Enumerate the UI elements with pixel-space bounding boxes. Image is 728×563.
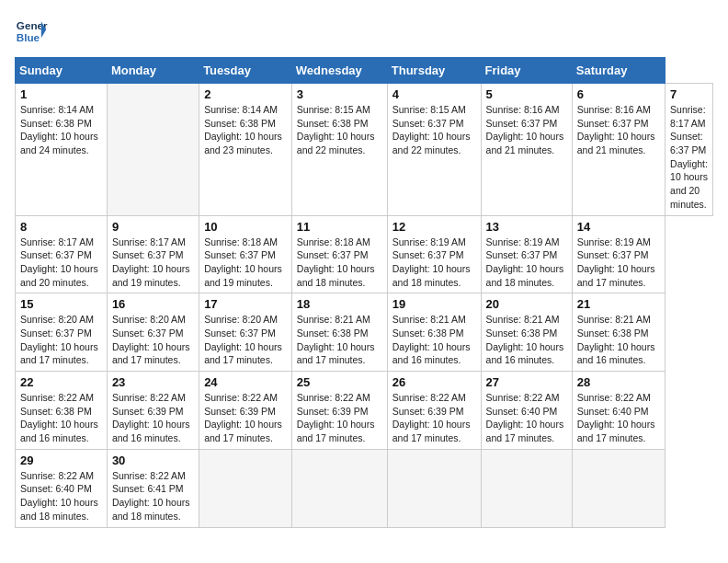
table-row: 12Sunrise: 8:19 AM Sunset: 6:37 PM Dayli… <box>387 215 481 293</box>
table-row: 28Sunrise: 8:22 AM Sunset: 6:40 PM Dayli… <box>572 372 665 450</box>
day-number: 28 <box>577 375 660 389</box>
table-row: 23Sunrise: 8:22 AM Sunset: 6:39 PM Dayli… <box>107 372 199 450</box>
day-info: Sunrise: 8:15 AM Sunset: 6:38 PM Dayligh… <box>297 103 382 157</box>
day-number: 19 <box>392 297 476 311</box>
table-row: 19Sunrise: 8:21 AM Sunset: 6:38 PM Dayli… <box>387 293 481 372</box>
table-row: 2Sunrise: 8:14 AM Sunset: 6:38 PM Daylig… <box>199 84 292 216</box>
table-row <box>572 449 665 527</box>
day-info: Sunrise: 8:17 AM Sunset: 6:37 PM Dayligh… <box>112 236 194 290</box>
day-number: 3 <box>297 87 382 101</box>
day-info: Sunrise: 8:22 AM Sunset: 6:38 PM Dayligh… <box>20 391 102 445</box>
table-row: 7Sunrise: 8:17 AM Sunset: 6:37 PM Daylig… <box>665 84 713 216</box>
day-info: Sunrise: 8:21 AM Sunset: 6:38 PM Dayligh… <box>392 313 476 367</box>
col-header-monday: Monday <box>107 58 199 84</box>
day-info: Sunrise: 8:16 AM Sunset: 6:37 PM Dayligh… <box>486 103 567 157</box>
day-number: 23 <box>112 375 194 389</box>
day-number: 1 <box>20 87 102 101</box>
day-number: 4 <box>392 87 476 101</box>
day-info: Sunrise: 8:17 AM Sunset: 6:37 PM Dayligh… <box>670 103 708 212</box>
calendar-week-4: 22Sunrise: 8:22 AM Sunset: 6:38 PM Dayli… <box>16 372 713 450</box>
day-number: 2 <box>204 87 287 101</box>
table-row: 29Sunrise: 8:22 AM Sunset: 6:40 PM Dayli… <box>16 449 108 527</box>
table-row: 3Sunrise: 8:15 AM Sunset: 6:38 PM Daylig… <box>291 84 387 216</box>
col-header-tuesday: Tuesday <box>199 58 292 84</box>
day-info: Sunrise: 8:22 AM Sunset: 6:40 PM Dayligh… <box>20 469 102 523</box>
table-row: 24Sunrise: 8:22 AM Sunset: 6:39 PM Dayli… <box>199 372 292 450</box>
table-row: 13Sunrise: 8:19 AM Sunset: 6:37 PM Dayli… <box>481 215 572 293</box>
day-info: Sunrise: 8:14 AM Sunset: 6:38 PM Dayligh… <box>20 103 102 157</box>
svg-text:Blue: Blue <box>17 31 40 43</box>
day-info: Sunrise: 8:22 AM Sunset: 6:39 PM Dayligh… <box>392 391 476 445</box>
calendar-table: SundayMondayTuesdayWednesdayThursdayFrid… <box>15 57 713 528</box>
logo: General Blue <box>15 15 48 48</box>
col-header-wednesday: Wednesday <box>291 58 387 84</box>
table-row: 9Sunrise: 8:17 AM Sunset: 6:37 PM Daylig… <box>107 215 199 293</box>
day-number: 10 <box>204 220 287 234</box>
day-number: 13 <box>486 220 567 234</box>
col-header-sunday: Sunday <box>16 58 108 84</box>
day-number: 29 <box>20 454 102 467</box>
day-number: 25 <box>297 375 382 389</box>
table-row: 27Sunrise: 8:22 AM Sunset: 6:40 PM Dayli… <box>481 372 572 450</box>
day-info: Sunrise: 8:14 AM Sunset: 6:38 PM Dayligh… <box>204 103 287 157</box>
day-info: Sunrise: 8:20 AM Sunset: 6:37 PM Dayligh… <box>20 313 102 367</box>
day-info: Sunrise: 8:18 AM Sunset: 6:37 PM Dayligh… <box>297 236 382 290</box>
day-info: Sunrise: 8:22 AM Sunset: 6:41 PM Dayligh… <box>112 469 194 523</box>
day-info: Sunrise: 8:21 AM Sunset: 6:38 PM Dayligh… <box>297 313 382 367</box>
day-info: Sunrise: 8:17 AM Sunset: 6:37 PM Dayligh… <box>20 236 102 290</box>
day-info: Sunrise: 8:16 AM Sunset: 6:37 PM Dayligh… <box>577 103 660 157</box>
table-row <box>199 449 292 527</box>
day-number: 20 <box>486 297 567 311</box>
calendar-week-5: 29Sunrise: 8:22 AM Sunset: 6:40 PM Dayli… <box>16 449 713 527</box>
day-info: Sunrise: 8:19 AM Sunset: 6:37 PM Dayligh… <box>486 236 567 290</box>
table-row: 21Sunrise: 8:21 AM Sunset: 6:38 PM Dayli… <box>572 293 665 372</box>
day-info: Sunrise: 8:22 AM Sunset: 6:39 PM Dayligh… <box>297 391 382 445</box>
table-row: 26Sunrise: 8:22 AM Sunset: 6:39 PM Dayli… <box>387 372 481 450</box>
day-number: 17 <box>204 297 287 311</box>
table-row: 17Sunrise: 8:20 AM Sunset: 6:37 PM Dayli… <box>199 293 292 372</box>
day-number: 11 <box>297 220 382 234</box>
day-number: 12 <box>392 220 476 234</box>
day-info: Sunrise: 8:18 AM Sunset: 6:37 PM Dayligh… <box>204 236 287 290</box>
day-info: Sunrise: 8:19 AM Sunset: 6:37 PM Dayligh… <box>392 236 476 290</box>
day-info: Sunrise: 8:22 AM Sunset: 6:39 PM Dayligh… <box>112 391 194 445</box>
day-info: Sunrise: 8:22 AM Sunset: 6:40 PM Dayligh… <box>486 391 567 445</box>
day-number: 5 <box>486 87 567 101</box>
table-row: 4Sunrise: 8:15 AM Sunset: 6:37 PM Daylig… <box>387 84 481 216</box>
col-header-friday: Friday <box>481 58 572 84</box>
table-row: 30Sunrise: 8:22 AM Sunset: 6:41 PM Dayli… <box>107 449 199 527</box>
col-header-thursday: Thursday <box>387 58 481 84</box>
day-number: 26 <box>392 375 476 389</box>
day-number: 8 <box>20 220 102 234</box>
day-info: Sunrise: 8:20 AM Sunset: 6:37 PM Dayligh… <box>204 313 287 367</box>
table-row: 6Sunrise: 8:16 AM Sunset: 6:37 PM Daylig… <box>572 84 665 216</box>
day-info: Sunrise: 8:21 AM Sunset: 6:38 PM Dayligh… <box>486 313 567 367</box>
table-row <box>387 449 481 527</box>
table-row: 18Sunrise: 8:21 AM Sunset: 6:38 PM Dayli… <box>291 293 387 372</box>
day-info: Sunrise: 8:15 AM Sunset: 6:37 PM Dayligh… <box>392 103 476 157</box>
day-number: 7 <box>670 87 708 101</box>
day-number: 24 <box>204 375 287 389</box>
table-row: 25Sunrise: 8:22 AM Sunset: 6:39 PM Dayli… <box>291 372 387 450</box>
col-header-saturday: Saturday <box>572 58 665 84</box>
table-row: 5Sunrise: 8:16 AM Sunset: 6:37 PM Daylig… <box>481 84 572 216</box>
day-info: Sunrise: 8:19 AM Sunset: 6:37 PM Dayligh… <box>577 236 660 290</box>
day-info: Sunrise: 8:22 AM Sunset: 6:40 PM Dayligh… <box>577 391 660 445</box>
table-row: 22Sunrise: 8:22 AM Sunset: 6:38 PM Dayli… <box>16 372 108 450</box>
day-number: 27 <box>486 375 567 389</box>
table-row: 15Sunrise: 8:20 AM Sunset: 6:37 PM Dayli… <box>16 293 108 372</box>
logo-icon: General Blue <box>15 15 48 48</box>
calendar-week-2: 8Sunrise: 8:17 AM Sunset: 6:37 PM Daylig… <box>16 215 713 293</box>
calendar-week-3: 15Sunrise: 8:20 AM Sunset: 6:37 PM Dayli… <box>16 293 713 372</box>
table-row: 8Sunrise: 8:17 AM Sunset: 6:37 PM Daylig… <box>16 215 108 293</box>
table-row: 11Sunrise: 8:18 AM Sunset: 6:37 PM Dayli… <box>291 215 387 293</box>
day-info: Sunrise: 8:21 AM Sunset: 6:38 PM Dayligh… <box>577 313 660 367</box>
day-info: Sunrise: 8:22 AM Sunset: 6:39 PM Dayligh… <box>204 391 287 445</box>
day-number: 9 <box>112 220 194 234</box>
day-number: 22 <box>20 375 102 389</box>
calendar-week-1: 1Sunrise: 8:14 AM Sunset: 6:38 PM Daylig… <box>16 84 713 216</box>
table-row: 14Sunrise: 8:19 AM Sunset: 6:37 PM Dayli… <box>572 215 665 293</box>
table-row: 20Sunrise: 8:21 AM Sunset: 6:38 PM Dayli… <box>481 293 572 372</box>
day-number: 14 <box>577 220 660 234</box>
day-number: 15 <box>20 297 102 311</box>
